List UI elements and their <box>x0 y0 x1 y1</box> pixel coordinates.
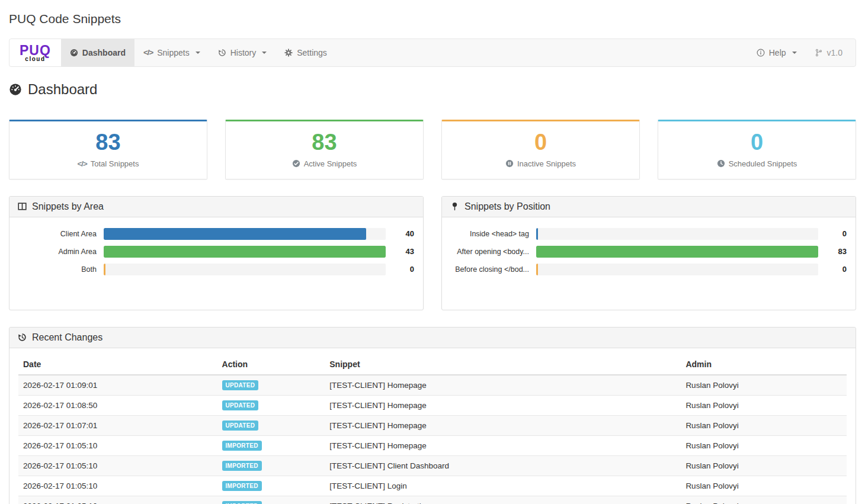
table-header-row: DateActionSnippetAdmin <box>18 354 847 375</box>
map-pin-icon <box>450 202 459 211</box>
nav-item-help[interactable]: Help <box>748 39 806 66</box>
table-row: 2026-02-17 01:05:10IMPORTED[TEST-CLIENT]… <box>18 476 847 496</box>
code-branch-icon <box>815 49 823 57</box>
panel-title: Snippets by Area <box>32 201 104 212</box>
gear-icon <box>284 49 293 57</box>
chevron-down-icon <box>262 52 267 54</box>
cell-admin: Ruslan Polovyi <box>681 415 847 435</box>
stat-cards: 83</>Total Snippets83Active Snippets0Ina… <box>9 120 856 179</box>
table-row: 2026-02-17 01:09:01UPDATED[TEST-CLIENT] … <box>18 375 847 396</box>
table-row: 2026-02-17 01:05:10IMPORTED[TEST-CLIENT]… <box>18 435 847 455</box>
status-badge: IMPORTED <box>222 441 262 451</box>
stat-value: 0 <box>664 130 850 156</box>
table-row: 2026-02-17 01:05:10IMPORTED[TEST-CLIENT]… <box>18 455 847 476</box>
cell-admin: Ruslan Polovyi <box>681 455 847 476</box>
stat-label-text: Scheduled Snippets <box>729 159 797 168</box>
section-heading: Dashboard <box>9 81 856 98</box>
bar-fill <box>104 264 105 275</box>
bar-fill <box>536 246 818 258</box>
cell-snippet: [TEST-CLIENT] Homepage <box>325 415 681 435</box>
stat-card-scheduled-snippets: 0Scheduled Snippets <box>658 120 856 179</box>
cell-date: 2026-02-17 01:05:10 <box>18 496 217 504</box>
cell-action: UPDATED <box>217 395 325 415</box>
nav-item-history[interactable]: History <box>209 39 276 66</box>
nav-item-label: v1.0 <box>827 48 842 57</box>
cell-snippet: [TEST-CLIENT] Login <box>325 476 681 496</box>
nav-menu: Dashboard</>SnippetsHistorySettings <box>61 39 336 66</box>
bar-fill <box>104 246 386 258</box>
bar-label: Client Area <box>18 230 97 238</box>
stat-label-text: Total Snippets <box>91 159 139 168</box>
cell-snippet: [TEST-CLIENT] Client Dashboard <box>325 455 681 476</box>
cell-date: 2026-02-17 01:09:01 <box>18 375 217 396</box>
panel-header-position: Snippets by Position <box>442 197 856 217</box>
bar-row-before-closing-bod: Before closing </bod...0 <box>451 264 847 275</box>
bar-row-both: Both0 <box>18 264 414 275</box>
bar-fill <box>104 228 366 240</box>
nav-item-label: Settings <box>297 48 327 57</box>
code-icon: </> <box>143 49 153 56</box>
bar-chart-position: Inside <head> tag0After opening <body...… <box>442 217 856 310</box>
table-row: 2026-02-17 01:05:10IMPORTED[TEST-CLIENT]… <box>18 496 847 504</box>
info-circle-icon <box>757 49 765 57</box>
bar-label: Before closing </bod... <box>451 265 529 274</box>
stat-label: </>Total Snippets <box>15 159 201 168</box>
stat-label: Inactive Snippets <box>448 159 633 168</box>
bar-row-inside-head-tag: Inside <head> tag0 <box>451 228 847 240</box>
navbar: PUQ cloud Dashboard</>SnippetsHistorySet… <box>9 38 856 67</box>
cell-admin: Ruslan Polovyi <box>681 496 847 504</box>
panel-title: Snippets by Position <box>464 201 550 212</box>
table-row: 2026-02-17 01:08:50UPDATED[TEST-CLIENT] … <box>18 395 847 415</box>
nav-item-snippets[interactable]: </>Snippets <box>134 39 209 66</box>
stat-card-total-snippets: 83</>Total Snippets <box>9 120 207 179</box>
status-badge: UPDATED <box>222 380 259 390</box>
cell-admin: Ruslan Polovyi <box>681 435 847 455</box>
bar-fill <box>536 264 538 275</box>
clock-icon <box>717 159 725 168</box>
columns-icon <box>18 202 27 211</box>
bar-track <box>536 264 818 275</box>
nav-item-dashboard[interactable]: Dashboard <box>61 39 134 66</box>
bar-track <box>104 264 386 275</box>
section-heading-label: Dashboard <box>28 81 97 98</box>
cell-date: 2026-02-17 01:08:50 <box>18 395 217 415</box>
stat-label-text: Inactive Snippets <box>517 159 576 168</box>
panel-title: Recent Changes <box>32 332 102 343</box>
cell-snippet: [TEST-CLIENT] Homepage <box>325 435 681 455</box>
chevron-down-icon <box>792 52 797 54</box>
tachometer-icon <box>9 83 22 96</box>
cell-date: 2026-02-17 01:05:10 <box>18 476 217 496</box>
nav-menu-right: Helpv1.0 <box>748 39 856 66</box>
cell-admin: Ruslan Polovyi <box>681 395 847 415</box>
status-badge: IMPORTED <box>222 461 262 471</box>
panel-snippets-by-area: Snippets by Area Client Area40Admin Area… <box>9 196 424 310</box>
bar-label: Inside <head> tag <box>451 230 529 238</box>
cell-date: 2026-02-17 01:07:01 <box>18 415 217 435</box>
column-header-snippet: Snippet <box>325 354 681 375</box>
status-badge: UPDATED <box>222 400 259 410</box>
bar-label: After opening <body... <box>451 248 529 256</box>
stat-value: 83 <box>232 130 417 156</box>
brand-logo[interactable]: PUQ cloud <box>9 39 61 66</box>
status-badge: IMPORTED <box>222 501 262 504</box>
panel-header-area: Snippets by Area <box>9 197 423 217</box>
cell-action: IMPORTED <box>217 476 325 496</box>
cell-date: 2026-02-17 01:05:10 <box>18 455 217 476</box>
cell-action: UPDATED <box>217 415 325 435</box>
panel-recent-changes: Recent Changes DateActionSnippetAdmin 20… <box>9 327 856 504</box>
stat-value: 0 <box>448 130 633 156</box>
nav-item-label: Snippets <box>157 48 189 57</box>
column-header-action: Action <box>217 354 325 375</box>
column-header-admin: Admin <box>681 354 847 375</box>
stat-card-active-snippets: 83Active Snippets <box>225 120 424 179</box>
cell-admin: Ruslan Polovyi <box>681 375 847 396</box>
stat-value: 83 <box>15 130 201 156</box>
nav-item-label: Dashboard <box>82 48 126 57</box>
stat-card-inactive-snippets: 0Inactive Snippets <box>441 120 640 179</box>
cell-snippet: [TEST-CLIENT] Registration <box>325 496 681 504</box>
nav-item-settings[interactable]: Settings <box>275 39 336 66</box>
nav-item-label: Help <box>769 48 786 57</box>
cell-date: 2026-02-17 01:05:10 <box>18 435 217 455</box>
chevron-down-icon <box>196 52 200 54</box>
recent-changes-body: DateActionSnippetAdmin 2026-02-17 01:09:… <box>9 348 856 504</box>
